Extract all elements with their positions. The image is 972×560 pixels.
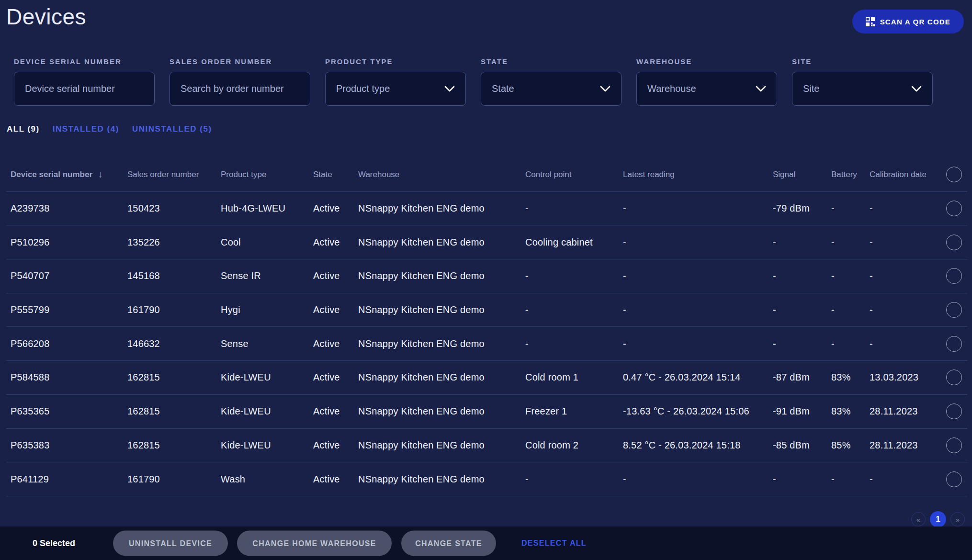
- cell-device-serial-number: P510296: [6, 237, 123, 248]
- column-header-state[interactable]: State: [309, 170, 354, 179]
- row-select-radio[interactable]: [946, 235, 962, 250]
- table-row[interactable]: P566208146632SenseActiveNSnappy Kitchen …: [6, 327, 967, 361]
- cell-latest-reading: -: [619, 338, 769, 349]
- cell-calibration-date: -: [865, 237, 941, 248]
- column-header-product-type[interactable]: Product type: [216, 170, 309, 179]
- cell-control-point: -: [521, 304, 619, 315]
- device-serial-number-input[interactable]: [14, 72, 155, 106]
- cell-product-type: Cool: [216, 237, 309, 248]
- cell-control-point: -: [521, 203, 619, 214]
- column-header-signal[interactable]: Signal: [769, 170, 827, 179]
- cell-product-type: Wash: [216, 474, 309, 485]
- cell-control-point: Cold room 2: [521, 440, 619, 451]
- uninstall-device-button[interactable]: UNINSTALL DEVICE: [113, 531, 228, 556]
- row-select-radio[interactable]: [946, 336, 962, 352]
- table-row[interactable]: P641129161790WashActiveNSnappy Kitchen E…: [6, 462, 967, 496]
- cell-signal: -85 dBm: [769, 440, 827, 451]
- cell-battery: -: [827, 338, 865, 349]
- filter-label: PRODUCT TYPE: [325, 57, 466, 66]
- state-value: State: [492, 83, 596, 94]
- filter-site: SITE Site: [792, 57, 933, 106]
- tab-uninstalled[interactable]: UNINSTALLED (5): [132, 124, 212, 134]
- cell-calibration-date: 13.03.2023: [865, 372, 941, 383]
- chevron-down-icon: [911, 83, 922, 94]
- pagination-prev-button[interactable]: «: [911, 512, 926, 526]
- scan-qr-code-button[interactable]: SCAN A QR CODE: [852, 10, 964, 34]
- cell-warehouse: NSnappy Kitchen ENG demo: [354, 203, 521, 214]
- row-select-radio[interactable]: [946, 370, 962, 385]
- sales-order-number-input[interactable]: [170, 72, 310, 106]
- cell-sales-order-number: 162815: [123, 406, 216, 417]
- table-row[interactable]: P555799161790HygiActiveNSnappy Kitchen E…: [6, 293, 967, 327]
- filter-label: SITE: [792, 57, 933, 66]
- cell-product-type: Sense IR: [216, 270, 309, 281]
- column-header-latest-reading[interactable]: Latest reading: [619, 170, 769, 179]
- cell-battery: -: [827, 203, 865, 214]
- cell-device-serial-number: P566208: [6, 338, 123, 349]
- change-state-button[interactable]: CHANGE STATE: [401, 531, 496, 556]
- tab-all[interactable]: ALL (9): [7, 124, 40, 134]
- table-row[interactable]: P584588162815Kide-LWEUActiveNSnappy Kitc…: [6, 361, 967, 395]
- deselect-all-link[interactable]: DESELECT ALL: [521, 539, 587, 548]
- cell-battery: 83%: [827, 372, 865, 383]
- cell-calibration-date: -: [865, 304, 941, 315]
- pagination-page-1[interactable]: 1: [930, 511, 946, 527]
- table-row[interactable]: P540707145168Sense IRActiveNSnappy Kitch…: [6, 259, 967, 293]
- column-header-device-serial-number[interactable]: Device serial number ↓: [6, 169, 123, 180]
- devices-table: Device serial number ↓ Sales order numbe…: [6, 158, 967, 496]
- cell-warehouse: NSnappy Kitchen ENG demo: [354, 270, 521, 281]
- cell-calibration-date: 28.11.2023: [865, 440, 941, 451]
- state-select[interactable]: State: [481, 72, 622, 106]
- table-row[interactable]: P635383162815Kide-LWEUActiveNSnappy Kitc…: [6, 429, 967, 463]
- cell-signal: -79 dBm: [769, 203, 827, 214]
- filter-label: STATE: [481, 57, 622, 66]
- cell-battery: 83%: [827, 406, 865, 417]
- table-row[interactable]: P635365162815Kide-LWEUActiveNSnappy Kitc…: [6, 395, 967, 429]
- cell-state: Active: [309, 440, 354, 451]
- select-all-radio[interactable]: [946, 167, 962, 182]
- cell-control-point: Cooling cabinet: [521, 237, 619, 248]
- row-select-radio[interactable]: [946, 471, 962, 487]
- cell-latest-reading: -: [619, 474, 769, 485]
- table-row[interactable]: A239738150423Hub-4G-LWEUActiveNSnappy Ki…: [6, 192, 967, 226]
- cell-product-type: Sense: [216, 338, 309, 349]
- site-select[interactable]: Site: [792, 72, 933, 106]
- warehouse-value: Warehouse: [647, 83, 752, 94]
- warehouse-select[interactable]: Warehouse: [636, 72, 777, 106]
- cell-product-type: Hygi: [216, 304, 309, 315]
- cell-state: Active: [309, 406, 354, 417]
- cell-battery: -: [827, 270, 865, 281]
- product-type-select[interactable]: Product type: [325, 72, 466, 106]
- cell-warehouse: NSnappy Kitchen ENG demo: [354, 474, 521, 485]
- cell-warehouse: NSnappy Kitchen ENG demo: [354, 338, 521, 349]
- cell-device-serial-number: P555799: [6, 304, 123, 315]
- site-value: Site: [803, 83, 907, 94]
- cell-signal: -: [769, 474, 827, 485]
- row-select-radio[interactable]: [946, 268, 962, 284]
- column-header-warehouse[interactable]: Warehouse: [354, 170, 521, 179]
- column-header-sales-order-number[interactable]: Sales order number: [123, 170, 216, 179]
- scan-qr-code-label: SCAN A QR CODE: [880, 18, 950, 26]
- row-select-radio[interactable]: [946, 302, 962, 318]
- filter-product-type: PRODUCT TYPE Product type: [325, 57, 466, 106]
- change-home-warehouse-button[interactable]: CHANGE HOME WAREHOUSE: [237, 531, 392, 556]
- row-select-radio[interactable]: [946, 437, 962, 453]
- row-select-radio[interactable]: [946, 403, 962, 419]
- cell-battery: -: [827, 304, 865, 315]
- cell-calibration-date: -: [865, 203, 941, 214]
- chevron-down-icon: [600, 83, 610, 94]
- filter-label: SALES ORDER NUMBER: [170, 57, 310, 66]
- devices-page: Devices SCAN A QR CODE DEVICE SERIAL NUM…: [0, 0, 972, 560]
- column-header-battery[interactable]: Battery: [827, 170, 865, 179]
- tab-installed[interactable]: INSTALLED (4): [53, 124, 119, 134]
- table-row[interactable]: P510296135226CoolActiveNSnappy Kitchen E…: [6, 225, 967, 259]
- cell-latest-reading: -13.63 °C - 26.03.2024 15:06: [619, 406, 769, 417]
- row-select-radio[interactable]: [946, 201, 962, 216]
- cell-warehouse: NSnappy Kitchen ENG demo: [354, 237, 521, 248]
- column-header-control-point[interactable]: Control point: [521, 170, 619, 179]
- cell-sales-order-number: 146632: [123, 338, 216, 349]
- pagination-next-button[interactable]: »: [950, 512, 965, 526]
- cell-sales-order-number: 162815: [123, 440, 216, 451]
- column-header-calibration-date[interactable]: Calibration date: [865, 170, 941, 179]
- filter-sales-order-number: SALES ORDER NUMBER: [170, 57, 310, 106]
